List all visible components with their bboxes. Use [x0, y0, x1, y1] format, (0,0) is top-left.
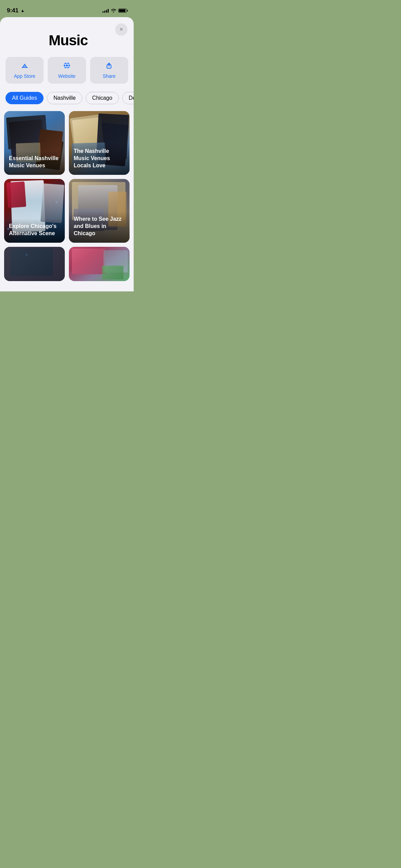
guide-card-nashville-locals[interactable]: The Nashville Music Venues Locals Love: [69, 111, 130, 175]
location-icon: ▲: [21, 8, 25, 13]
bottom-sheet: × Music App Store: [0, 17, 134, 291]
signal-icon: [102, 9, 109, 13]
filter-nashville[interactable]: Nashville: [47, 92, 82, 104]
website-icon: [63, 62, 71, 71]
partial-cards-row: [0, 243, 134, 281]
card-label-chicago-jazz: Where to See Jazz and Blues in Chicago: [69, 212, 130, 242]
guide-grid: Essential Nashville Music Venues The Nas…: [0, 111, 134, 243]
app-store-icon: [21, 62, 28, 71]
time-display: 9:41: [7, 7, 19, 14]
share-icon: [105, 62, 113, 71]
status-time: 9:41 ▲: [7, 7, 25, 14]
status-icons: [102, 9, 127, 13]
status-bar: 9:41 ▲: [0, 0, 134, 17]
guide-card-nashville-venues[interactable]: Essential Nashville Music Venues: [4, 111, 65, 175]
app-store-button[interactable]: App Store: [5, 57, 44, 84]
website-button[interactable]: Website: [48, 57, 86, 84]
app-header: Music: [0, 17, 134, 57]
filter-chicago[interactable]: Chicago: [86, 92, 119, 104]
close-icon: ×: [120, 26, 123, 33]
website-label: Website: [58, 73, 75, 79]
filter-pills-row: All Guides Nashville Chicago Detroit New…: [0, 92, 134, 104]
guide-card-partial-2[interactable]: [69, 247, 130, 281]
guide-card-chicago-alternative[interactable]: Explore Chicago's Alternative Scene: [4, 179, 65, 243]
wifi-icon: [111, 9, 116, 13]
card-label-nashville-venues: Essential Nashville Music Venues: [4, 151, 65, 175]
close-button[interactable]: ×: [115, 23, 127, 36]
app-name: Music: [49, 32, 88, 49]
share-label: Share: [103, 73, 116, 79]
guide-card-chicago-jazz[interactable]: Where to See Jazz and Blues in Chicago: [69, 179, 130, 243]
filter-all-guides[interactable]: All Guides: [5, 92, 44, 104]
svg-point-0: [64, 62, 70, 69]
battery-icon: [118, 9, 127, 13]
card-label-nashville-locals: The Nashville Music Venues Locals Love: [69, 144, 130, 174]
app-title: Music: [46, 32, 88, 49]
card-label-chicago-alternative: Explore Chicago's Alternative Scene: [4, 219, 65, 243]
filter-detroit[interactable]: Detroit: [122, 92, 134, 104]
app-store-label: App Store: [14, 73, 35, 79]
guide-card-partial-1[interactable]: [4, 247, 65, 281]
action-buttons-row: App Store Website: [0, 57, 134, 84]
share-button[interactable]: Share: [90, 57, 128, 84]
